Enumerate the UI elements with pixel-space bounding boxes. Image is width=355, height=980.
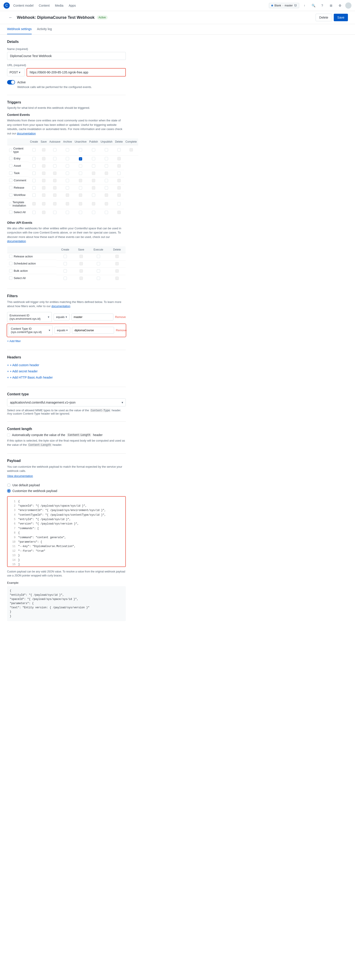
row-check[interactable] bbox=[9, 269, 13, 272]
cell-check[interactable] bbox=[79, 148, 82, 151]
cell-check[interactable] bbox=[79, 164, 82, 168]
cell-check[interactable] bbox=[32, 164, 36, 168]
filter-field-select-1[interactable]: Environment ID (sys.environment.sys.id) … bbox=[7, 312, 52, 322]
cell-check[interactable] bbox=[105, 148, 108, 151]
cell-check[interactable] bbox=[92, 157, 95, 160]
cell-check[interactable] bbox=[105, 164, 108, 168]
content-length-checkbox[interactable] bbox=[7, 433, 10, 436]
content-type-select[interactable]: application/vnd.contentful.management.v1… bbox=[7, 398, 126, 406]
row-check[interactable] bbox=[9, 186, 13, 189]
cell-check[interactable] bbox=[32, 186, 36, 189]
row-check[interactable] bbox=[9, 262, 13, 265]
cell-check[interactable] bbox=[105, 186, 108, 189]
code-editor[interactable]: 1{ 2 "spaceId": "{ /payload/sys/space/sy… bbox=[7, 496, 126, 567]
nav-icon-upload[interactable]: ↑ bbox=[301, 2, 308, 9]
nav-content[interactable]: Content bbox=[39, 4, 50, 7]
row-check[interactable] bbox=[9, 202, 11, 206]
nav-icon-settings[interactable]: ⚙ bbox=[336, 2, 344, 9]
cell-check[interactable] bbox=[32, 211, 36, 214]
cell-check[interactable] bbox=[66, 172, 69, 175]
cell-check[interactable] bbox=[97, 277, 100, 280]
cell-check[interactable] bbox=[53, 164, 56, 168]
row-check-all[interactable] bbox=[9, 277, 13, 280]
nav-content-model[interactable]: Content model bbox=[13, 4, 34, 7]
filter-operator-select-2[interactable]: equals ▾ bbox=[54, 327, 70, 334]
cell-check[interactable] bbox=[105, 179, 108, 182]
filter-operator-select-1[interactable]: equals ▾ bbox=[54, 313, 69, 320]
cell-check[interactable] bbox=[105, 211, 108, 214]
cell-check[interactable] bbox=[32, 172, 36, 175]
branch-pill[interactable]: Blank › master bbox=[269, 3, 299, 8]
cell-check[interactable] bbox=[117, 172, 121, 175]
url-input[interactable] bbox=[27, 68, 126, 76]
cell-check[interactable] bbox=[32, 148, 36, 151]
toggle[interactable] bbox=[7, 80, 15, 84]
cell-check[interactable] bbox=[32, 194, 36, 197]
cell-check[interactable] bbox=[53, 211, 56, 214]
cell-check[interactable] bbox=[64, 255, 67, 258]
nav-icon-grid[interactable]: ⊞ bbox=[328, 2, 335, 9]
filter-field-select-2[interactable]: Content Type ID (sys.contentType.sys.id)… bbox=[8, 325, 53, 336]
add-secret-header-button[interactable]: + + Add secret header bbox=[7, 368, 38, 374]
cell-check[interactable] bbox=[92, 148, 95, 151]
cell-check[interactable] bbox=[79, 211, 82, 214]
row-check[interactable] bbox=[9, 164, 13, 167]
row-check[interactable] bbox=[9, 193, 13, 197]
nav-apps[interactable]: Apps bbox=[69, 4, 76, 7]
cell-check[interactable] bbox=[79, 186, 82, 189]
cell-check[interactable] bbox=[66, 186, 69, 189]
delete-button[interactable]: Delete bbox=[316, 14, 332, 21]
cell-check[interactable] bbox=[66, 157, 69, 160]
name-input[interactable] bbox=[7, 52, 126, 60]
cell-check[interactable] bbox=[53, 148, 56, 151]
cell-check[interactable] bbox=[53, 157, 56, 160]
method-select[interactable]: POST ▾ bbox=[7, 68, 25, 76]
row-check[interactable] bbox=[9, 149, 12, 152]
radio-default-payload[interactable]: Use default payload bbox=[7, 484, 126, 487]
cell-check[interactable] bbox=[105, 157, 108, 160]
cell-check[interactable] bbox=[32, 157, 36, 160]
cell-check[interactable] bbox=[92, 164, 95, 168]
cell-check[interactable] bbox=[97, 269, 100, 273]
cell-check[interactable] bbox=[79, 172, 82, 175]
filter-value-input-2[interactable] bbox=[72, 327, 114, 334]
cell-check[interactable] bbox=[66, 148, 69, 151]
cell-check[interactable] bbox=[92, 211, 95, 214]
nav-icon-search[interactable]: 🔍 bbox=[310, 2, 317, 9]
nav-avatar[interactable] bbox=[345, 2, 352, 9]
nav-icon-help[interactable]: ? bbox=[319, 2, 326, 9]
filter-value-input-1[interactable] bbox=[71, 313, 114, 320]
cell-check[interactable] bbox=[97, 262, 100, 265]
content-events-doc-link[interactable]: documentation bbox=[17, 132, 36, 135]
cell-check[interactable] bbox=[117, 148, 121, 151]
add-http-basic-auth-button[interactable]: + + Add HTTP Basic Auth header bbox=[7, 374, 53, 380]
tab-webhook-settings[interactable]: Webhook settings bbox=[7, 24, 32, 34]
cell-check[interactable] bbox=[64, 277, 67, 280]
row-check-all[interactable] bbox=[9, 210, 13, 214]
row-check[interactable] bbox=[9, 179, 13, 182]
cell-check[interactable] bbox=[66, 211, 69, 214]
back-button[interactable]: ← bbox=[7, 14, 14, 21]
save-button[interactable]: Save bbox=[334, 14, 348, 21]
add-custom-header-button[interactable]: + + Add custom header bbox=[7, 362, 39, 368]
cell-check[interactable] bbox=[66, 179, 69, 182]
cell-check[interactable] bbox=[64, 269, 67, 273]
logo[interactable]: C bbox=[3, 2, 10, 9]
radio-customize-payload[interactable]: Customize the webhook payload bbox=[7, 489, 126, 493]
cell-checked[interactable]: ✓ bbox=[79, 157, 82, 161]
row-check[interactable] bbox=[9, 157, 13, 160]
cell-check[interactable] bbox=[92, 194, 95, 197]
view-doc-link[interactable]: View documentation bbox=[7, 474, 33, 477]
filters-doc-link[interactable]: documentation bbox=[51, 304, 70, 308]
row-check[interactable] bbox=[9, 171, 13, 175]
cell-check[interactable] bbox=[97, 255, 100, 258]
cell-check[interactable] bbox=[32, 179, 36, 182]
row-check[interactable] bbox=[9, 255, 13, 258]
other-api-doc-link[interactable]: documentation bbox=[7, 239, 26, 243]
nav-media[interactable]: Media bbox=[55, 4, 63, 7]
tab-activity-log[interactable]: Activity log bbox=[37, 24, 52, 34]
add-filter-button[interactable]: + Add filter bbox=[7, 339, 21, 344]
cell-check[interactable] bbox=[117, 202, 121, 205]
cell-check[interactable] bbox=[64, 262, 67, 265]
filter-remove-2[interactable]: Remove bbox=[116, 329, 126, 332]
